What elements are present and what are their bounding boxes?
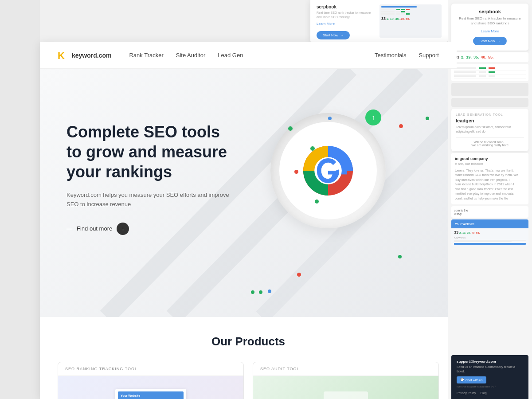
serpbook-top-preview: serpbook Real time SEO rank tracker to m… (310, 0, 448, 42)
hero-content: Complete SEO tools to grow and measure y… (66, 122, 235, 235)
right-panel: serpbook Real time SEO rank tracker to m… (448, 0, 532, 399)
right-product-table: Keywords (451, 236, 528, 246)
logo-area[interactable]: K keyword.com (58, 50, 111, 61)
right-product-stats: 33 2. 19. 35. 40. 55. (451, 228, 528, 236)
product-card-serpbook: SEO RANKING TRACKING TOOL Your Website 3… (58, 362, 244, 399)
footer-links: Privacy Policy Blog (457, 391, 523, 395)
dot-5 (426, 117, 429, 120)
blog-link[interactable]: Blog (481, 391, 487, 395)
stat-19: 19. (466, 55, 472, 59)
gray-spacer-1 (451, 83, 528, 96)
leadgen-label: LEAD GENERATION TOOL (456, 113, 524, 116)
leadgen-card: LEAD GENERATION TOOL leadgen Lorem ipsum… (451, 109, 528, 151)
support-email: support@keyword.com (457, 360, 523, 364)
chat-button[interactable]: 💬 Chat with us (457, 376, 486, 383)
dot-11 (251, 290, 254, 294)
stats-row: 33 2. 19. 35. 40. 55. (451, 52, 528, 62)
support-section: support@keyword.com Send us an email to … (451, 355, 528, 399)
dot-7 (294, 170, 298, 174)
nav-support[interactable]: Support (419, 52, 439, 59)
hero-subtitle: Keyword.com helps you measure your SEO e… (66, 191, 235, 209)
product-card-siteauditor: SEO AUDIT TOOL siteauditor (253, 362, 439, 399)
nav-right: Testimonials Support (375, 52, 439, 59)
right-serpbook-title: serpbook (457, 9, 523, 14)
table-row-1 (454, 66, 526, 70)
arrow-badge: ↑ (365, 110, 381, 125)
support-note: live chat support is available 24/7 (457, 385, 523, 388)
nav-testimonials[interactable]: Testimonials (375, 52, 407, 59)
dot-13 (268, 289, 271, 293)
hero-section: Complete SEO tools to grow and measure y… (40, 69, 457, 317)
stat-35: 35. (473, 55, 479, 59)
coming-soon-line1: Will be released soon... (456, 141, 524, 144)
good-company-sub: e are, our mission (455, 162, 525, 166)
right-serpbook-card: serpbook Real time SEO rank tracker to m… (451, 4, 528, 51)
cta-dash: — (66, 225, 72, 232)
privacy-policy-link[interactable]: Privacy Policy (457, 391, 476, 395)
good-company-title: in good company (455, 156, 525, 161)
dot-14 (297, 273, 301, 277)
right-product-header: Your Website (451, 219, 528, 228)
nav-rank-tracker[interactable]: Rank Tracker (129, 52, 163, 59)
hero-title: Complete SEO tools to grow and measure y… (66, 122, 235, 182)
support-body: Send us an email to automatically create… (457, 365, 523, 374)
navbar: K keyword.com Rank Tracker Site Auditor … (40, 42, 457, 69)
stat-55: 55. (488, 55, 494, 59)
cta-text: Find out more (77, 225, 112, 232)
nav-site-auditor[interactable]: Site Auditor (176, 52, 206, 59)
dot-10 (398, 255, 402, 258)
google-inner (279, 122, 377, 219)
start-now-button[interactable]: Start Now → (317, 31, 350, 39)
google-g-icon (297, 140, 359, 202)
right-serpbook-sub: Real time SEO rank tracker to measure an… (457, 16, 523, 26)
accuracy-section: com is the uracy. (451, 206, 528, 218)
serpbook-preview-image: 33 2. 19. 35. 40. 55. (379, 4, 442, 38)
table-row-3 (454, 74, 526, 78)
table-row-2 (454, 70, 526, 74)
products-section: Our Products SEO RANKING TRACKING TOOL Y… (40, 317, 457, 399)
dot-12 (259, 290, 262, 294)
right-learn-more[interactable]: Learn More (457, 29, 523, 33)
products-grid: SEO RANKING TRACKING TOOL Your Website 3… (58, 362, 439, 399)
siteauditor-label: SEO AUDIT TOOL (253, 362, 438, 376)
siteauditor-img (253, 376, 438, 399)
logo-text: keyword.com (72, 52, 111, 59)
dot-2 (310, 146, 315, 151)
right-table-area (451, 64, 528, 81)
svg-text:K: K (58, 50, 65, 61)
dot-3 (328, 117, 332, 120)
coming-soon-line2: We are working really hard (456, 144, 524, 147)
dot-4 (399, 124, 403, 128)
accuracy-line1: com is the (454, 209, 526, 212)
left-gray-strip (0, 0, 40, 399)
right-serpbook-product: Your Website 33 2. 19. 35. 40. 55. Keywo… (451, 219, 528, 246)
dot-1 (288, 126, 293, 131)
leadgen-body: Lorem ipsum dolor sit amet, consectetur … (456, 125, 524, 134)
dot-8 (315, 200, 319, 203)
cta-button[interactable]: ↓ (117, 223, 129, 235)
serpbook-img: Your Website 33 2. 19. 35. 40. 55. Keywo… (58, 376, 243, 399)
serpbook-label: SEO RANKING TRACKING TOOL (58, 362, 243, 376)
gray-spacer-2 (451, 98, 528, 107)
serpbook-preview-content: serpbook Real time SEO rank tracker to m… (317, 4, 373, 39)
learn-more-link[interactable]: Learn More (317, 22, 335, 26)
good-company-body: tomers. They love us. That's how we like… (455, 168, 525, 201)
find-out-more-cta[interactable]: — Find out more ↓ (66, 223, 235, 235)
coming-soon-area: Will be released soon... We are working … (456, 137, 524, 147)
nav-lead-gen[interactable]: Lead Gen (218, 52, 243, 59)
accuracy-line2: uracy. (454, 212, 526, 215)
logo-icon: K (58, 50, 68, 61)
nav-links: Rank Tracker Site Auditor Lead Gen (129, 52, 374, 59)
serpbook-preview-body: Real time SEO rank tracker to measure an… (317, 11, 373, 20)
right-start-now[interactable]: Start Now → (473, 37, 506, 45)
stat-40: 40. (481, 55, 487, 59)
mini-preview-table: 33 2. 19. 35. 40. 55. (379, 4, 442, 23)
google-circle-graphic: ↑ (270, 113, 386, 228)
good-company-section: in good company e are, our mission tomer… (451, 153, 528, 205)
serpbook-preview-title: serpbook (317, 4, 373, 9)
main-website: K keyword.com Rank Tracker Site Auditor … (40, 42, 457, 399)
leadgen-title: leadgen (456, 118, 524, 123)
products-title: Our Products (58, 335, 439, 348)
stat-2: 2. (461, 55, 465, 59)
